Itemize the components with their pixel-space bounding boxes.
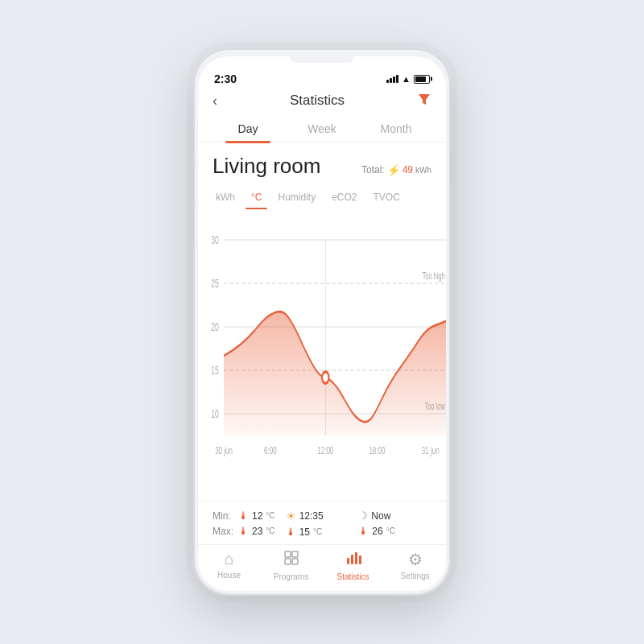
tab-kwh[interactable]: kWh <box>208 187 243 208</box>
status-bar: 2:30 ▲ <box>198 64 446 89</box>
nav-programs[interactable]: Programs <box>260 550 322 581</box>
filter-icon <box>417 92 431 106</box>
svg-text:25: 25 <box>211 277 219 291</box>
now-value: 26 <box>372 526 382 537</box>
stat-max-row: Max: 🌡 23 °C <box>213 525 286 537</box>
battery-fill <box>415 76 426 82</box>
battery-icon <box>414 75 430 84</box>
svg-marker-0 <box>419 94 430 105</box>
total-unit: kWh <box>415 166 431 175</box>
svg-text:31 jun: 31 jun <box>422 444 440 456</box>
min-value: 12 <box>252 510 262 522</box>
max-label: Max: <box>213 526 235 537</box>
tab-day[interactable]: Day <box>211 116 285 142</box>
svg-rect-21 <box>285 551 291 557</box>
bottom-nav: ⌂ House Programs <box>198 544 446 591</box>
min-unit: °C <box>266 511 275 520</box>
status-icons: ▲ <box>386 74 430 84</box>
svg-text:6:00: 6:00 <box>264 444 277 456</box>
svg-rect-23 <box>285 559 291 564</box>
volume-up-button <box>193 165 194 201</box>
chart-area-right <box>325 321 446 436</box>
nav-settings[interactable]: ⚙ Settings <box>384 550 446 581</box>
stat-col-time: ☀ 12:35 🌡 15 °C <box>286 510 359 538</box>
svg-text:30: 30 <box>211 233 219 247</box>
header-title: Statistics <box>290 93 345 109</box>
svg-text:12:00: 12:00 <box>317 444 333 456</box>
notch <box>290 56 354 63</box>
thermometer-min-icon: 🌡 <box>238 510 249 522</box>
nav-settings-label: Settings <box>400 572 429 580</box>
svg-text:15: 15 <box>211 364 219 378</box>
chart-dot-inner <box>323 374 328 382</box>
total-value: 49 <box>402 164 413 175</box>
max-unit: °C <box>266 526 275 535</box>
mute-button <box>193 129 194 153</box>
min-label: Min: <box>213 510 235 522</box>
stat-col-minmax: Min: 🌡 12 °C Max: 🌡 23 °C <box>213 510 286 538</box>
thermometer-max-icon: 🌡 <box>238 525 249 537</box>
now-unit: °C <box>386 526 395 535</box>
nav-house-label: House <box>217 571 241 580</box>
tab-celsius[interactable]: °C <box>243 187 270 208</box>
chart-svg: 30 25 20 15 10 Too high Too low <box>198 211 446 501</box>
moon-icon: ☽ <box>358 510 368 522</box>
stat-now-temp-row: 🌡 26 °C <box>358 525 431 537</box>
signal-icon <box>386 75 398 83</box>
now-label: Now <box>371 510 390 522</box>
back-button[interactable]: ‹ <box>213 93 217 109</box>
max-value: 23 <box>252 526 262 537</box>
room-section: Living room Total: ⚡ 49 kWh <box>198 142 446 184</box>
svg-rect-22 <box>292 551 298 557</box>
stat-now-label-row: ☽ Now <box>358 510 431 522</box>
svg-rect-28 <box>359 555 361 564</box>
house-icon: ⌂ <box>224 550 233 568</box>
nav-statistics-label: Statistics <box>336 572 369 581</box>
stat-time-temp-row: 🌡 15 °C <box>286 526 359 538</box>
nav-statistics[interactable]: Statistics <box>322 550 384 581</box>
svg-text:Too high: Too high <box>423 270 445 281</box>
power-button <box>450 145 451 185</box>
tab-month[interactable]: Month <box>359 116 433 142</box>
bolt-icon: ⚡ <box>387 164 400 176</box>
app-header: ‹ Statistics <box>198 89 446 116</box>
bottom-stats: Min: 🌡 12 °C Max: 🌡 23 °C ☀ 12:35 <box>198 501 446 544</box>
status-time: 2:30 <box>214 72 237 85</box>
tab-week[interactable]: Week <box>285 116 359 142</box>
programs-icon <box>283 550 299 570</box>
svg-text:20: 20 <box>211 320 219 334</box>
statistics-icon <box>345 550 361 570</box>
svg-text:18:00: 18:00 <box>369 444 385 456</box>
tab-tvoc[interactable]: TVOC <box>365 187 408 208</box>
nav-programs-label: Programs <box>274 572 308 581</box>
total-label: Total: <box>361 164 385 175</box>
chart-area-left <box>224 312 325 436</box>
period-tabs: Day Week Month <box>198 116 446 142</box>
svg-text:30 jun: 30 jun <box>215 444 233 456</box>
stat-min-row: Min: 🌡 12 °C <box>213 510 286 522</box>
room-name: Living room <box>213 154 320 179</box>
chart-container: 30 25 20 15 10 Too high Too low <box>198 208 446 501</box>
nav-house[interactable]: ⌂ House <box>198 550 260 581</box>
volume-down-button <box>193 209 194 246</box>
tab-eco2[interactable]: eCO2 <box>324 187 365 208</box>
svg-rect-24 <box>292 559 298 564</box>
sun-icon: ☀ <box>286 510 296 522</box>
time-value: 15 <box>299 526 310 538</box>
stat-time-row: ☀ 12:35 <box>286 510 359 522</box>
tab-humidity[interactable]: Humidity <box>270 187 324 208</box>
svg-text:10: 10 <box>211 407 219 421</box>
stat-col-now: ☽ Now 🌡 26 °C <box>358 510 431 538</box>
filter-button[interactable] <box>417 92 431 109</box>
settings-icon: ⚙ <box>408 550 423 569</box>
time-label: 12:35 <box>299 510 324 522</box>
wifi-icon: ▲ <box>402 74 411 84</box>
thermometer-now-icon: 🌡 <box>358 525 369 537</box>
metric-tabs: kWh °C Humidity eCO2 TVOC <box>198 184 446 208</box>
svg-rect-26 <box>351 555 353 564</box>
phone-screen: 2:30 ▲ ‹ Statistics <box>198 56 446 591</box>
svg-rect-27 <box>355 552 357 564</box>
svg-rect-25 <box>347 558 349 564</box>
phone-device: 2:30 ▲ ‹ Statistics <box>193 48 451 596</box>
time-unit: °C <box>313 527 322 536</box>
